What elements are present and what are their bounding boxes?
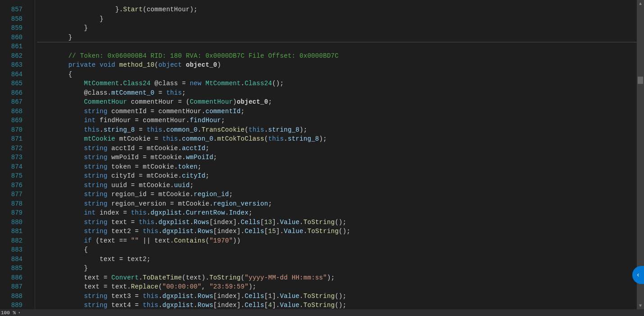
scrollbar-thumb[interactable] — [638, 77, 643, 84]
line-number: 858 — [0, 14, 23, 24]
scroll-up-arrow-icon[interactable]: ▲ — [637, 0, 644, 7]
line-number: 857 — [0, 5, 23, 14]
line-number: 863 — [0, 60, 23, 70]
line-number: 866 — [0, 88, 23, 98]
code-line[interactable]: string text2 = this.dgxplist.Rows[index]… — [37, 227, 644, 236]
code-line[interactable]: this.string_8 = this.common_0.TransCooki… — [37, 125, 644, 135]
line-number: 860 — [0, 33, 23, 42]
code-line[interactable]: } — [37, 23, 644, 33]
code-line[interactable]: string wmPoiId = mtCookie.wmPoiId; — [37, 153, 644, 162]
code-line[interactable]: } — [37, 33, 644, 42]
code-line[interactable] — [37, 42, 644, 51]
zoom-level-dropdown[interactable]: 100 % ▾ — [1, 310, 22, 316]
line-number: 859 — [0, 23, 23, 33]
code-line[interactable]: text = text.Replace("00:00:00", "23:59:5… — [37, 282, 644, 292]
code-line[interactable]: if (text == "" || text.Contains("1970")) — [37, 236, 644, 246]
line-number: 882 — [0, 236, 23, 246]
chevron-left-icon: ‹ — [636, 271, 640, 279]
line-number: 884 — [0, 255, 23, 264]
line-number: 869 — [0, 116, 23, 125]
line-number: 885 — [0, 264, 23, 273]
code-line[interactable]: string text3 = this.dgxplist.Rows[index]… — [37, 292, 644, 301]
code-line[interactable]: string region_id = mtCookie.region_id; — [37, 190, 644, 199]
line-number: 867 — [0, 97, 23, 107]
line-number: 883 — [0, 245, 23, 255]
line-number: 886 — [0, 273, 23, 283]
code-line[interactable]: string acctId = mtCookie.acctId; — [37, 144, 644, 153]
line-number: 874 — [0, 162, 23, 172]
code-line[interactable]: text = text2; — [37, 255, 644, 264]
code-editor[interactable]: 8578588598608618628638648658668678688698… — [0, 0, 644, 309]
line-number: 872 — [0, 144, 23, 153]
line-number: 870 — [0, 125, 23, 135]
code-line[interactable]: } — [37, 14, 644, 24]
line-number-gutter: 8578588598608618628638648658668678688698… — [0, 0, 26, 309]
line-number: 861 — [0, 42, 23, 51]
vertical-scrollbar[interactable]: ▲ ▼ — [637, 0, 644, 309]
line-number: 862 — [0, 51, 23, 61]
status-bar: 100 % ▾ — [0, 309, 644, 316]
line-number: 889 — [0, 301, 23, 310]
line-number: 877 — [0, 190, 23, 199]
line-number: 876 — [0, 181, 23, 190]
line-number: 878 — [0, 199, 23, 209]
line-number: 879 — [0, 208, 23, 218]
line-number: 888 — [0, 292, 23, 301]
code-line[interactable]: } — [37, 264, 644, 273]
chevron-down-icon: ▾ — [17, 310, 22, 316]
line-number: 873 — [0, 153, 23, 162]
scroll-down-arrow-icon[interactable]: ▼ — [637, 302, 644, 309]
code-line[interactable]: int index = this.dgxplist.CurrentRow.Ind… — [37, 208, 644, 218]
line-number: 868 — [0, 107, 23, 116]
code-line[interactable]: { — [37, 245, 644, 255]
line-number: 864 — [0, 70, 23, 79]
code-text-area[interactable]: }.Start(commentHour); } } } // Token: 0x… — [35, 0, 644, 309]
code-line[interactable]: { — [37, 70, 644, 79]
code-line[interactable]: // Token: 0x060000B4 RID: 180 RVA: 0x000… — [37, 51, 644, 61]
code-line[interactable]: string text = this.dgxplist.Rows[index].… — [37, 218, 644, 227]
code-line[interactable]: @class.mtComment_0 = this; — [37, 88, 644, 98]
code-line[interactable]: string uuid = mtCookie.uuid; — [37, 181, 644, 190]
line-number: 880 — [0, 218, 23, 227]
line-number: 881 — [0, 227, 23, 236]
line-number: 875 — [0, 171, 23, 181]
code-line[interactable]: string commentId = commentHour.commentId… — [37, 107, 644, 116]
line-number: 887 — [0, 282, 23, 292]
line-number: 865 — [0, 79, 23, 88]
code-line[interactable]: }.Start(commentHour); — [37, 5, 644, 14]
code-line[interactable]: MtComment.Class24 @class = new MtComment… — [37, 79, 644, 88]
code-line[interactable]: string text4 = this.dgxplist.Rows[index]… — [37, 301, 644, 309]
code-line[interactable]: CommentHour commentHour = (CommentHour)o… — [37, 97, 644, 107]
fold-margin[interactable] — [26, 0, 35, 309]
code-line[interactable]: string region_version = mtCookie.region_… — [37, 199, 644, 209]
line-number: 871 — [0, 134, 23, 144]
zoom-level-value: 100 % — [1, 310, 16, 316]
code-line[interactable]: string token = mtCookie.token; — [37, 162, 644, 172]
code-line[interactable]: text = Convert.ToDateTime(text).ToString… — [37, 273, 644, 283]
code-line[interactable]: private void method_10(object object_0) — [37, 60, 644, 70]
code-line[interactable]: int findHour = commentHour.findHour; — [37, 116, 644, 125]
code-line[interactable]: string cityId = mtCookie.cityId; — [37, 171, 644, 181]
code-line[interactable]: mtCookie mtCookie = this.common_0.mtCokT… — [37, 134, 644, 144]
